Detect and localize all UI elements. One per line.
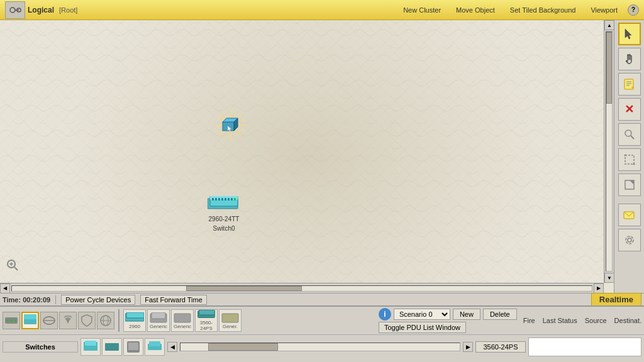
scenario-select[interactable]: Scenario 0 <box>394 309 450 320</box>
magnifier-inspect-icon <box>623 128 636 141</box>
viewport-button[interactable]: Viewport <box>586 5 623 15</box>
zoom-icon[interactable] <box>6 259 19 274</box>
scroll-left-btn[interactable]: ◀ <box>0 283 10 293</box>
resize-icon <box>623 178 636 191</box>
select-area-tool-btn[interactable] <box>618 148 641 171</box>
fast-forward-button[interactable]: Fast Forward Time <box>140 295 207 305</box>
breadcrumb: [Root] <box>59 6 77 14</box>
inspect-tool-btn[interactable] <box>618 123 641 146</box>
device-name-label: 2960-24TT <box>209 215 240 223</box>
fire-col-label: Fire <box>523 317 535 324</box>
bottom-bottom-row: Switches ◀ <box>0 334 644 358</box>
starburst-icon <box>214 108 248 143</box>
switches-label: Switches <box>3 341 78 353</box>
note-icon <box>623 77 636 91</box>
new-scenario-btn[interactable]: New <box>453 309 480 320</box>
envelope-icon <box>623 208 636 222</box>
app-window: Logical [Root] New Cluster Move Object S… <box>0 0 644 362</box>
generic3-type-btn[interactable]: Gener. <box>219 309 242 332</box>
svg-rect-53 <box>24 314 36 319</box>
scroll-right-btn[interactable]: ▶ <box>594 283 604 293</box>
highlighted-device[interactable] <box>214 108 248 144</box>
3560-type-btn[interactable]: 3560-24PS <box>195 309 218 332</box>
device-types: 2960 Generic Generic 3560-24PS Gener. <box>123 309 242 332</box>
svg-rect-24 <box>225 198 226 200</box>
select-tool-btn[interactable] <box>618 23 641 45</box>
svg-rect-26 <box>231 198 233 200</box>
device-categories <box>3 312 114 329</box>
svg-rect-3 <box>0 20 614 293</box>
generic2-label: Generic <box>174 324 191 329</box>
hubs-cat-btn[interactable] <box>40 312 58 329</box>
destinat-col-label: Destinat. <box>614 317 641 324</box>
generic1-label: Generic <box>150 324 167 329</box>
delete-tool-btn[interactable]: ✕ <box>618 98 641 121</box>
note-tool-btn[interactable] <box>618 73 641 96</box>
scenario-info-icon: i <box>379 308 391 321</box>
scroll-up-btn[interactable]: ▲ <box>604 20 614 30</box>
canvas-area[interactable]: 2960-24TT Switch0 ◀ ▶ <box>0 20 614 293</box>
3560-label: 3560-24PS <box>196 320 217 331</box>
new-cluster-button[interactable]: New Cluster <box>398 5 446 15</box>
bottom-scroll-left[interactable]: ◀ <box>167 342 177 352</box>
2960-label: 2960 <box>129 324 140 329</box>
panel-divider <box>118 309 119 332</box>
sub-icon-1[interactable] <box>80 338 101 356</box>
switch-icon <box>208 196 240 214</box>
generic1-type-btn[interactable]: Generic <box>147 309 170 332</box>
delete-scenario-btn[interactable]: Delete <box>483 309 517 320</box>
bottom-scroll-thumb[interactable] <box>208 343 278 351</box>
time-display: Time: 00:20:09 <box>3 296 50 304</box>
wireless-cat-btn[interactable] <box>59 312 77 329</box>
toggle-pdu-btn[interactable]: Toggle PDU List Window <box>379 322 466 333</box>
v-scrolltrack <box>606 31 613 272</box>
routers-cat-btn[interactable] <box>3 312 20 329</box>
h-scrollthumb[interactable] <box>186 286 302 291</box>
generic2-type-btn[interactable]: Generic <box>171 309 194 332</box>
set-tiled-bg-button[interactable]: Set Tiled Background <box>505 5 581 15</box>
switches-cat-btn[interactable] <box>21 312 39 329</box>
svg-point-49 <box>6 319 9 322</box>
realtime-badge: Realtime <box>591 293 641 306</box>
v-scrollthumb[interactable] <box>606 32 612 104</box>
bottom-panel: 2960 Generic Generic 3560-24PS Gener. <box>0 305 644 362</box>
power-cycle-button[interactable]: Power Cycle Devices <box>61 295 135 305</box>
settings-tool-btn[interactable] <box>618 229 641 251</box>
send-tool-btn[interactable] <box>618 204 641 226</box>
sub-icon-4[interactable] <box>145 338 165 356</box>
wan-cat-btn[interactable] <box>97 312 114 329</box>
svg-line-29 <box>14 267 18 270</box>
app-title: Logical <box>28 6 54 14</box>
scroll-down-btn[interactable]: ▼ <box>604 273 614 283</box>
svg-rect-73 <box>149 341 160 346</box>
sub-device-icons <box>80 338 165 356</box>
svg-rect-71 <box>128 343 138 350</box>
generic3-label: Gener. <box>223 324 238 329</box>
canvas-bg <box>0 20 614 293</box>
switch-device[interactable]: 2960-24TT Switch0 <box>208 196 240 233</box>
sub-icon-2[interactable] <box>102 338 122 356</box>
scenario-row2: Toggle PDU List Window <box>379 322 517 333</box>
scenario-actions: New Delete <box>453 309 517 320</box>
bottom-scroll-right[interactable]: ▶ <box>463 342 473 352</box>
svg-marker-32 <box>625 29 631 39</box>
help-button[interactable]: ? <box>628 4 639 16</box>
resize-tool-btn[interactable] <box>618 173 641 196</box>
hand-tool-btn[interactable] <box>618 48 641 70</box>
svg-rect-63 <box>174 314 191 322</box>
svg-point-46 <box>628 238 631 242</box>
svg-point-47 <box>626 236 633 244</box>
svg-rect-20 <box>212 198 214 200</box>
bottom-top-row: 2960 Generic Generic 3560-24PS Gener. <box>0 307 644 334</box>
canvas-vscroll: ▲ ▼ <box>604 20 614 283</box>
canvas-hscroll[interactable]: ◀ ▶ <box>0 283 604 293</box>
move-object-button[interactable]: Move Object <box>451 5 500 15</box>
2960-type-btn[interactable]: 2960 <box>123 309 146 332</box>
sub-icon-3[interactable] <box>123 338 143 356</box>
svg-point-0 <box>10 8 15 13</box>
svg-point-38 <box>625 130 631 136</box>
pdu-columns-header: Fire Last Status Source Destinat. <box>523 317 641 324</box>
hand-icon <box>623 53 636 65</box>
svg-rect-27 <box>234 198 236 200</box>
security-cat-btn[interactable] <box>78 312 96 329</box>
